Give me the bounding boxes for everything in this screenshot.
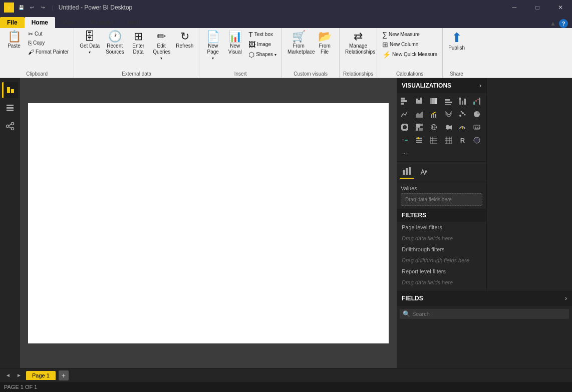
sidebar-icon-model[interactable] [2, 118, 18, 134]
report-filters-drop-zone[interactable]: Drag data fields here [397, 277, 486, 288]
stacked-col-icon[interactable] [456, 95, 468, 107]
donut-chart-icon[interactable] [399, 121, 411, 133]
tab-file[interactable]: File [0, 17, 25, 28]
line-clustered-icon[interactable] [428, 108, 440, 120]
window-controls: ─ □ ✕ [503, 0, 572, 15]
gauge-icon[interactable] [456, 121, 468, 133]
save-button-tb[interactable]: 💾 [17, 4, 25, 12]
page-nav-left[interactable]: ◄ [4, 371, 12, 379]
svg-point-36 [464, 114, 466, 116]
from-file-button[interactable]: 📂 From File [313, 30, 336, 56]
manage-relationships-button[interactable]: ⇄ Manage Relationships [343, 30, 374, 56]
fields-search-box[interactable]: 🔍 [400, 309, 569, 319]
new-visual-button[interactable]: 📊 New Visual [224, 30, 245, 56]
cut-button[interactable]: ✂ Cut [26, 30, 71, 38]
calculations-group: ∑ New Measure ⊞ New Column ⚡ New Quick M… [377, 28, 443, 78]
viz-icons-grid: 123 ↑ R ··· [397, 93, 486, 162]
refresh-button[interactable]: ↻ Refresh [173, 30, 196, 50]
redo-button[interactable]: ↪ [39, 4, 47, 12]
ribbon-tabs-right: ▲ ? [550, 19, 572, 28]
copy-button[interactable]: ⎘ Copy [26, 39, 71, 47]
sidebar-icon-report[interactable] [2, 82, 18, 98]
format-visual-tab[interactable] [417, 165, 431, 179]
build-visual-tab[interactable] [400, 165, 414, 179]
format-painter-button[interactable]: 🖌 Format Painter [26, 48, 71, 56]
100-stacked-bar-icon[interactable] [428, 95, 440, 107]
card-icon[interactable]: 123 [471, 121, 483, 133]
paste-button[interactable]: 📋 Paste [3, 30, 25, 50]
enter-data-button[interactable]: ⊞ Enter Data [127, 30, 149, 56]
collapse-ribbon-button[interactable]: ▲ [550, 20, 556, 27]
ribbon-tabs: File Home View Modeling Help ▲ ? [0, 15, 572, 28]
svg-marker-30 [416, 112, 423, 118]
svg-rect-10 [401, 98, 405, 100]
stacked-bar-icon[interactable] [399, 95, 411, 107]
undo-button[interactable]: ↩ [28, 4, 36, 12]
page-filters-drop-zone[interactable]: Drag data fields here [397, 233, 486, 244]
matrix-icon[interactable] [442, 134, 454, 146]
title-bar-left: ⚡ 💾 ↩ ↪ | Untitled - Power BI Desktop [4, 3, 132, 13]
slicer-icon[interactable] [413, 134, 425, 146]
add-page-button[interactable]: + [59, 370, 69, 380]
svg-rect-12 [401, 103, 404, 105]
report-level-filters: Report level filters [397, 266, 486, 277]
relationships-group: ⇄ Manage Relationships Relationships [340, 28, 377, 78]
map-icon[interactable] [428, 121, 440, 133]
fields-search-input[interactable] [412, 311, 566, 317]
svg-text:123: 123 [475, 126, 480, 129]
fields-chevron[interactable]: › [565, 295, 567, 302]
filled-map-icon[interactable] [442, 121, 454, 133]
visualizations-panel: VISUALIZATIONS › [397, 78, 487, 291]
ribbon-chart-icon[interactable] [442, 108, 454, 120]
drillthrough-drop-zone[interactable]: Drag drillthrough fields here [397, 255, 486, 266]
svg-rect-21 [445, 104, 451, 105]
tab-view[interactable]: View [55, 17, 82, 28]
bar-chart2-icon[interactable] [442, 95, 454, 107]
new-column-button[interactable]: ⊞ New Column [380, 40, 439, 49]
edit-queries-button[interactable]: ✏ Edit Queries ▾ [150, 30, 172, 62]
text-box-button[interactable]: T Text box [246, 30, 278, 39]
tab-help[interactable]: Help [121, 17, 147, 28]
maximize-button[interactable]: □ [526, 0, 549, 15]
tab-home[interactable]: Home [25, 17, 55, 28]
shapes-button[interactable]: ⬡ Shapes ▾ [246, 50, 278, 59]
minimize-button[interactable]: ─ [503, 0, 526, 15]
svg-rect-14 [418, 100, 420, 104]
svg-rect-67 [403, 170, 405, 175]
values-drop-zone[interactable]: Drag data fields here [401, 193, 482, 206]
page-nav-right[interactable]: ► [15, 371, 23, 379]
line-chart-icon[interactable] [399, 108, 411, 120]
pie-chart-icon[interactable] [471, 108, 483, 120]
svg-rect-33 [435, 114, 436, 118]
recent-sources-button[interactable]: 🕐 Recent Sources [103, 30, 126, 56]
help-icon[interactable]: ? [559, 19, 568, 28]
visualizations-chevron[interactable]: › [479, 82, 481, 89]
svg-rect-52 [405, 140, 408, 141]
title-bar: ⚡ 💾 ↩ ↪ | Untitled - Power BI Desktop ─ … [0, 0, 572, 15]
new-measure-button[interactable]: ∑ New Measure [380, 30, 439, 39]
scatter-plot-icon[interactable] [456, 108, 468, 120]
tab-modeling[interactable]: Modeling [82, 17, 121, 28]
sidebar-icon-data[interactable] [2, 100, 18, 116]
new-page-button[interactable]: 📄 New Page ▾ [202, 30, 223, 62]
waterfall-icon[interactable] [471, 95, 483, 107]
page-1-tab[interactable]: Page 1 [26, 371, 56, 380]
azure-map-icon[interactable] [471, 134, 483, 146]
svg-rect-31 [431, 115, 432, 118]
publish-button[interactable]: ⬆ Publish [446, 30, 467, 52]
svg-rect-4 [7, 110, 14, 111]
new-quick-measure-button[interactable]: ⚡ New Quick Measure [380, 50, 439, 59]
from-marketplace-button[interactable]: 🛒 From Marketplace [285, 30, 312, 56]
treemap-icon[interactable] [413, 121, 425, 133]
clustered-bar-icon[interactable] [413, 95, 425, 107]
image-button[interactable]: 🖼 Image [246, 40, 278, 49]
more-visuals-icon[interactable]: ··· [399, 147, 411, 159]
table-icon2[interactable] [428, 134, 440, 146]
get-data-button[interactable]: 🗄 Get Data ▾ [77, 30, 102, 56]
r-script-icon[interactable]: R [456, 134, 468, 146]
close-button[interactable]: ✕ [549, 0, 572, 15]
area-chart-icon[interactable] [413, 108, 425, 120]
canvas-page[interactable] [28, 103, 389, 343]
svg-point-35 [462, 112, 464, 114]
kpi-icon[interactable]: ↑ [399, 134, 411, 146]
